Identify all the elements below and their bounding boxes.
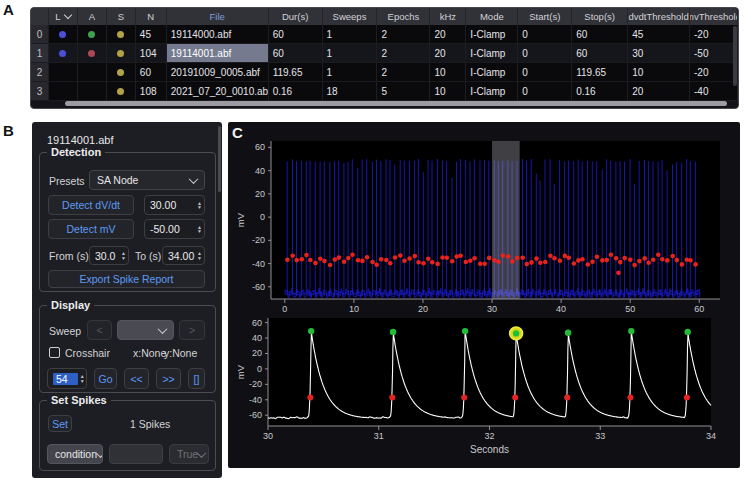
cell-N[interactable]: 108 xyxy=(136,82,167,101)
spinner-arrows-icon[interactable]: ▲▼ xyxy=(195,225,202,234)
spike-number-spinbox[interactable]: 54 ▲▼ xyxy=(47,368,87,389)
condition-value-input[interactable] xyxy=(109,444,163,464)
zoomed-spike-plot[interactable]: -60-40-2002040603031323334mVSeconds xyxy=(234,312,734,466)
cell-dvdt[interactable]: 20 xyxy=(628,82,690,101)
overview-voltage-plot[interactable]: -60-40-2002040600102030405060mV xyxy=(234,136,734,312)
cell-kHz[interactable]: 10 xyxy=(430,63,466,82)
cell-Mode[interactable]: I-Clamp xyxy=(466,44,518,63)
cell-dvdt[interactable]: 45 xyxy=(628,25,690,44)
cell-Start[interactable]: 0 xyxy=(518,44,572,63)
column-header-Dur[interactable]: Dur(s) xyxy=(269,8,323,25)
cell-Sweeps[interactable]: 1 xyxy=(323,25,378,44)
status-dot-cell[interactable] xyxy=(49,82,78,101)
column-header-idx[interactable] xyxy=(31,8,49,25)
spinner-arrows-icon[interactable]: ▲▼ xyxy=(78,374,85,383)
cell-Stop[interactable]: 119.65 xyxy=(572,63,628,82)
column-header-dvdt[interactable]: dvdtThreshold xyxy=(628,8,690,25)
cell-dvdt[interactable]: 30 xyxy=(628,44,690,63)
cell-Epochs[interactable]: 2 xyxy=(377,63,430,82)
column-header-Start[interactable]: Start(s) xyxy=(518,8,572,25)
spinner-arrows-icon[interactable]: ▲▼ xyxy=(195,201,202,210)
column-header-L[interactable]: L xyxy=(49,8,78,25)
cell-N[interactable]: 104 xyxy=(136,44,167,63)
row-index-cell[interactable]: 0 xyxy=(31,25,49,44)
cell-Dur[interactable]: 119.65 xyxy=(269,63,323,82)
table-row[interactable]: 04519114000.abf601220I-Clamp06045-20 xyxy=(31,25,738,44)
row-index-cell[interactable]: 3 xyxy=(31,82,49,101)
cell-Start[interactable]: 0 xyxy=(518,63,572,82)
status-dot-cell[interactable] xyxy=(49,25,78,44)
cell-File[interactable]: 2021_07_20_0010.abf xyxy=(167,82,269,101)
table-row[interactable]: 110419114001.abf601220I-Clamp06030-50 xyxy=(31,44,738,63)
column-header-File[interactable]: File xyxy=(167,8,269,25)
column-header-N[interactable]: N xyxy=(136,8,167,25)
condition-select[interactable]: condition xyxy=(47,444,103,464)
cell-kHz[interactable]: 20 xyxy=(430,44,466,63)
column-header-mv[interactable]: mvThreshold xyxy=(690,8,738,25)
status-dot-cell[interactable] xyxy=(107,82,136,101)
column-header-Sweeps[interactable]: Sweeps xyxy=(323,8,378,25)
cell-File[interactable]: 19114000.abf xyxy=(167,25,269,44)
spinner-arrows-icon[interactable]: ▲▼ xyxy=(119,251,126,260)
status-dot-cell[interactable] xyxy=(78,25,107,44)
crosshair-checkbox[interactable] xyxy=(49,347,60,358)
spinner-arrows-icon[interactable]: ▲▼ xyxy=(195,251,202,260)
cell-Start[interactable]: 0 xyxy=(518,82,572,101)
status-dot-cell[interactable] xyxy=(78,44,107,63)
cell-Sweeps[interactable]: 1 xyxy=(323,63,378,82)
cell-mv[interactable]: -50 xyxy=(690,44,738,63)
from-seconds-spinbox[interactable]: 30.0 ▲▼ xyxy=(89,246,129,265)
column-header-S[interactable]: S xyxy=(107,8,136,25)
go-to-spike-button[interactable]: Go xyxy=(94,368,117,389)
status-dot-cell[interactable] xyxy=(49,63,78,82)
presets-select[interactable]: SA Node xyxy=(89,170,205,190)
column-header-Mode[interactable]: Mode xyxy=(466,8,518,25)
column-header-A[interactable]: A xyxy=(78,8,107,25)
cell-Dur[interactable]: 60 xyxy=(269,25,323,44)
table-horizontal-scrollbar[interactable] xyxy=(65,101,727,106)
table-row[interactable]: 31082021_07_20_0010.abf0.1618510I-Clamp0… xyxy=(31,82,738,101)
cell-File[interactable]: 20191009_0005.abf xyxy=(167,63,269,82)
sweep-prev-button[interactable]: < xyxy=(87,320,112,340)
dvdt-threshold-spinbox[interactable]: 30.00 ▲▼ xyxy=(144,195,205,215)
previous-spike-button[interactable]: << xyxy=(124,368,149,389)
file-table[interactable]: LASNFileDur(s)SweepsEpochskHzModeStart(s… xyxy=(31,8,738,101)
export-spike-report-button[interactable]: Export Spike Report xyxy=(48,270,205,288)
cell-kHz[interactable]: 20 xyxy=(430,25,466,44)
status-dot-cell[interactable] xyxy=(78,63,107,82)
column-header-Epochs[interactable]: Epochs xyxy=(377,8,430,25)
status-dot-cell[interactable] xyxy=(49,44,78,63)
to-seconds-spinbox[interactable]: 34.00 ▲▼ xyxy=(162,246,205,265)
set-button[interactable]: Set xyxy=(48,415,72,432)
table-vertical-scrollbar[interactable] xyxy=(733,26,737,86)
cell-mv[interactable]: -20 xyxy=(690,63,738,82)
cell-Sweeps[interactable]: 1 xyxy=(323,44,378,63)
cell-Mode[interactable]: I-Clamp xyxy=(466,82,518,101)
mv-threshold-spinbox[interactable]: -50.00 ▲▼ xyxy=(144,219,205,239)
cell-Sweeps[interactable]: 18 xyxy=(323,82,378,101)
cell-Epochs[interactable]: 2 xyxy=(377,25,430,44)
cell-Start[interactable]: 0 xyxy=(518,25,572,44)
cell-Dur[interactable]: 0.16 xyxy=(269,82,323,101)
cell-File[interactable]: 19114001.abf xyxy=(167,44,269,63)
cell-Epochs[interactable]: 2 xyxy=(377,44,430,63)
cell-Stop[interactable]: 60 xyxy=(572,25,628,44)
cell-Epochs[interactable]: 5 xyxy=(377,82,430,101)
row-index-cell[interactable]: 1 xyxy=(31,44,49,63)
cell-Stop[interactable]: 0.16 xyxy=(572,82,628,101)
full-view-button[interactable]: [] xyxy=(188,368,205,389)
true-false-select[interactable]: True xyxy=(169,444,209,464)
table-row[interactable]: 26020191009_0005.abf119.651210I-Clamp011… xyxy=(31,63,738,82)
cell-mv[interactable]: -40 xyxy=(690,82,738,101)
status-dot-cell[interactable] xyxy=(78,82,107,101)
sweep-next-button[interactable]: > xyxy=(179,320,205,340)
cell-N[interactable]: 45 xyxy=(136,25,167,44)
cell-kHz[interactable]: 10 xyxy=(430,82,466,101)
controls-vertical-scrollbar[interactable] xyxy=(218,126,221,192)
status-dot-cell[interactable] xyxy=(107,63,136,82)
detect-dvdt-button[interactable]: Detect dV/dt xyxy=(48,195,134,215)
row-index-cell[interactable]: 2 xyxy=(31,63,49,82)
detect-mv-button[interactable]: Detect mV xyxy=(48,219,134,239)
cell-dvdt[interactable]: 10 xyxy=(628,63,690,82)
cell-Mode[interactable]: I-Clamp xyxy=(466,63,518,82)
